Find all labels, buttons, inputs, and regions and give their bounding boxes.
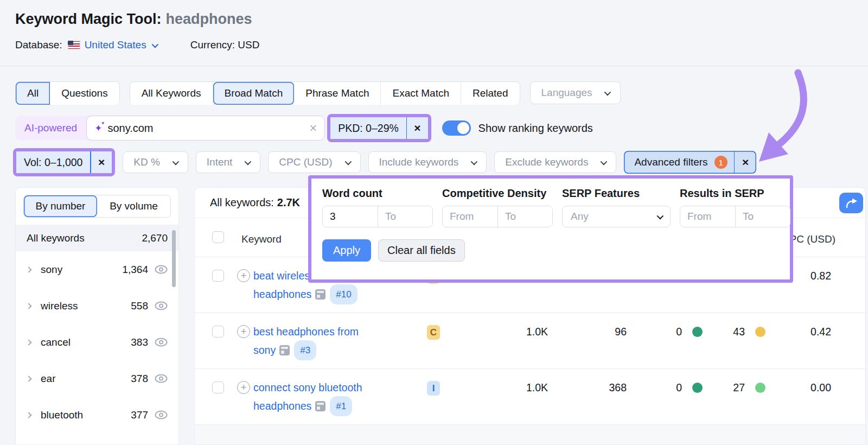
- tab-broad-match-label: Broad Match: [225, 87, 283, 99]
- serp-preview-icon[interactable]: [315, 401, 326, 411]
- competitive-density-group: Competitive Density: [442, 187, 553, 227]
- clear-all-fields-button[interactable]: Clear all fields: [378, 239, 465, 262]
- tab-all-keywords[interactable]: All Keywords: [130, 82, 213, 105]
- row-checkbox[interactable]: [212, 270, 224, 282]
- cd-from-input[interactable]: [443, 206, 497, 227]
- word-count-group: Word count: [322, 187, 433, 227]
- all-keywords-label: All keywords: [27, 232, 85, 244]
- exclude-keywords-dropdown[interactable]: Exclude keywords: [494, 151, 616, 173]
- vol-chip-annotation: Vol: 0–1,000 ×: [13, 148, 115, 176]
- sidebar-sort-tabs: By number By volume: [23, 195, 171, 218]
- intent-filter-dropdown[interactable]: Intent: [196, 151, 261, 173]
- advanced-filters-button[interactable]: Advanced filters 1 ×: [624, 151, 756, 174]
- all-keywords-row[interactable]: All keywords 2,670: [16, 225, 178, 251]
- export-button[interactable]: [839, 193, 863, 213]
- keyword-link[interactable]: best headphones from sony#3: [253, 323, 372, 360]
- apply-button[interactable]: Apply: [322, 239, 371, 262]
- group-item-ear[interactable]: ear 378: [16, 360, 178, 397]
- chevron-down-icon: [657, 212, 664, 219]
- kd-filter-label: KD %: [133, 156, 160, 168]
- remove-pkd-filter-icon[interactable]: ×: [407, 122, 427, 135]
- remove-vol-filter-icon[interactable]: ×: [91, 156, 112, 169]
- tab-all[interactable]: All: [16, 82, 50, 105]
- serp-preview-icon[interactable]: [279, 345, 290, 355]
- serp-preview-icon[interactable]: [315, 289, 326, 300]
- clear-advanced-filters-icon[interactable]: ×: [735, 156, 756, 169]
- include-keywords-dropdown[interactable]: Include keywords: [368, 151, 487, 173]
- chevron-down-icon: [604, 88, 611, 96]
- volume-value: 1.0K: [526, 326, 548, 338]
- cd-to-input[interactable]: [497, 206, 552, 227]
- add-to-list-icon[interactable]: +: [237, 325, 250, 338]
- toggle-knob: [457, 122, 469, 134]
- tab-by-number[interactable]: By number: [24, 195, 97, 217]
- row-checkbox[interactable]: [212, 326, 224, 338]
- cpc-value: 0.82: [810, 270, 831, 282]
- tab-related[interactable]: Related: [461, 82, 520, 105]
- eye-icon[interactable]: [155, 265, 168, 274]
- tab-all-label: All: [27, 87, 39, 99]
- eye-icon[interactable]: [155, 301, 168, 310]
- group-item-wireless[interactable]: wireless 558: [16, 288, 178, 324]
- tab-exact-match-label: Exact Match: [392, 87, 449, 99]
- keyword-link[interactable]: connect sony bluetooth headphones#1: [253, 379, 372, 416]
- languages-label: Languages: [541, 87, 592, 99]
- results-in-serp-inputs: [680, 206, 790, 227]
- annotation-arrow: [751, 68, 822, 171]
- results-in-serp-group: Results in SERP: [680, 187, 790, 227]
- kd-filter-dropdown[interactable]: KD %: [123, 151, 188, 173]
- page-title-query: headphones: [166, 11, 252, 27]
- currency-label: Currency: USD: [190, 39, 260, 51]
- results-from-input[interactable]: [680, 206, 735, 227]
- show-ranking-toggle[interactable]: [442, 120, 471, 136]
- add-to-list-icon[interactable]: +: [237, 381, 250, 394]
- group-item-bluetooth[interactable]: bluetooth 377: [16, 397, 178, 433]
- eye-icon[interactable]: [155, 374, 168, 383]
- group-item-cancel[interactable]: cancel 383: [16, 324, 178, 360]
- languages-dropdown[interactable]: Languages: [530, 81, 621, 104]
- sparkles-icon: ✦: [94, 124, 102, 133]
- add-to-list-icon[interactable]: +: [237, 269, 250, 282]
- tab-questions[interactable]: Questions: [50, 82, 119, 105]
- intent-badge: C: [427, 325, 440, 340]
- tab-broad-match[interactable]: Broad Match: [213, 82, 295, 105]
- chevron-right-icon: [25, 266, 31, 272]
- sidebar-scrollbar[interactable]: [172, 230, 176, 287]
- share-arrow-icon: [844, 196, 858, 209]
- clear-search-icon[interactable]: ×: [309, 120, 317, 136]
- group-item-sony[interactable]: sony 1,364: [16, 251, 178, 288]
- chevron-down-icon: [245, 158, 252, 165]
- tab-exact-match[interactable]: Exact Match: [381, 82, 461, 105]
- word-count-from-input[interactable]: [323, 206, 378, 227]
- ai-powered-group: AI-powered ✦ ×: [15, 116, 325, 141]
- intent-filter-label: Intent: [207, 156, 233, 168]
- cpc-filter-dropdown[interactable]: CPC (USD): [268, 151, 360, 173]
- kd-value: 43: [733, 326, 745, 338]
- table-row: + best headphones from sony#3 C 1.0K 96 …: [195, 313, 865, 368]
- tab-by-volume[interactable]: By volume: [97, 195, 170, 217]
- group-count: 558: [131, 300, 148, 312]
- volume-filter-chip: Vol: 0–1,000 ×: [16, 151, 112, 173]
- competitive-density-label: Competitive Density: [442, 187, 553, 200]
- eye-icon[interactable]: [155, 338, 168, 347]
- database-select[interactable]: United States: [85, 39, 157, 51]
- group-label: cancel: [41, 336, 131, 348]
- metric-value: 0: [676, 382, 682, 394]
- kd-dot: [755, 327, 765, 337]
- tab-phrase-match[interactable]: Phrase Match: [294, 82, 381, 105]
- row-checkbox[interactable]: [212, 382, 224, 393]
- chevron-right-icon: [25, 412, 31, 418]
- word-count-to-input[interactable]: [378, 206, 432, 227]
- select-all-checkbox[interactable]: [212, 231, 224, 243]
- search-input[interactable]: [107, 122, 309, 135]
- database-label: Database:: [15, 39, 62, 51]
- serp-features-label: SERP Features: [562, 187, 671, 200]
- results-to-input[interactable]: [735, 206, 790, 227]
- serp-features-select[interactable]: Any: [562, 206, 671, 227]
- status-dot: [692, 327, 703, 337]
- chevron-right-icon: [25, 303, 31, 309]
- tab-questions-label: Questions: [61, 87, 108, 99]
- eye-icon[interactable]: [155, 410, 168, 419]
- group-label: ear: [41, 373, 131, 385]
- keyword-magic-tool-page: Keyword Magic Tool:headphones Database: …: [0, 0, 868, 445]
